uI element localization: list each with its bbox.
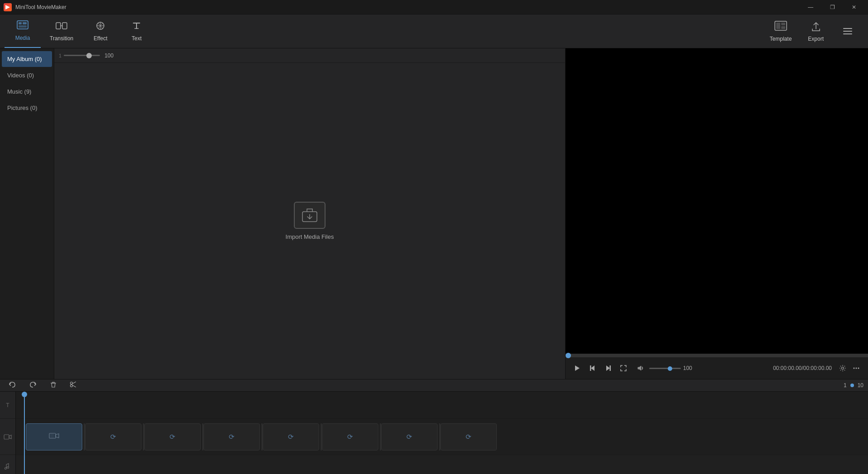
video-clip-7[interactable]: ⟳ [440, 423, 497, 450]
toolbar-media[interactable]: Media [5, 14, 41, 48]
playhead [24, 392, 25, 474]
video-clip-0[interactable] [26, 423, 82, 450]
svg-rect-2 [19, 22, 22, 24]
zoom-thumb [86, 53, 92, 58]
zoom-end-label: 10 [858, 382, 863, 389]
sidebar-item-my-album[interactable]: My Album (0) [2, 51, 52, 67]
video-clip-3[interactable]: ⟳ [203, 423, 260, 450]
svg-rect-30 [49, 433, 56, 438]
svg-rect-10 [781, 23, 785, 25]
media-icon [17, 20, 28, 33]
preview-controls: 100 00:00:00.00/00:00:00.00 [566, 357, 868, 379]
media-toolbar: 1 100 [54, 48, 565, 63]
toolbar: Media Transition Effect Te [0, 14, 868, 48]
zoom-slider[interactable] [64, 55, 100, 56]
video-track-row: ⟳ ⟳ ⟳ ⟳ ⟳ [16, 419, 868, 455]
sidebar-item-pictures[interactable]: Pictures (0) [2, 100, 52, 116]
volume-thumb [668, 366, 672, 371]
svg-point-29 [7, 466, 9, 468]
export-icon [810, 21, 822, 34]
svg-marker-16 [575, 365, 580, 371]
link-icon-4: ⟳ [288, 433, 294, 441]
timeline-zoom-dot [850, 384, 854, 387]
transition-icon [56, 21, 67, 33]
toolbar-text-label: Text [132, 35, 142, 42]
svg-rect-5 [56, 23, 61, 29]
toolbar-transition-label: Transition [50, 35, 73, 42]
media-content: Import Media Files [54, 63, 565, 379]
hamburger-menu[interactable] [832, 14, 863, 48]
track-labels: T [0, 392, 16, 474]
undo-button[interactable] [5, 379, 20, 391]
svg-rect-27 [4, 435, 9, 439]
sidebar-item-music[interactable]: Music (9) [2, 84, 52, 100]
svg-rect-18 [590, 365, 591, 371]
import-media-button[interactable]: Import Media Files [277, 193, 343, 249]
zoom-start-label: 1 [844, 382, 847, 389]
delete-button[interactable] [46, 379, 61, 391]
preview-progress-bar[interactable] [566, 354, 868, 357]
toolbar-export[interactable]: Export [800, 14, 832, 48]
prev-frame-button[interactable] [586, 363, 599, 374]
fullscreen-button[interactable] [617, 363, 630, 374]
toolbar-template-label: Template [770, 36, 792, 42]
more-button[interactable] [850, 363, 863, 374]
volume-value: 100 [683, 365, 692, 371]
link-icon-1: ⟳ [110, 433, 116, 441]
titlebar: MiniTool MovieMaker — ❐ ✕ [0, 0, 868, 14]
svg-rect-20 [610, 365, 611, 371]
svg-point-26 [71, 385, 73, 387]
time-display: 00:00:00.00/00:00:00.00 [773, 365, 832, 371]
toolbar-effect-label: Effect [94, 35, 107, 42]
template-icon [774, 21, 787, 34]
video-clip-5[interactable]: ⟳ [322, 423, 378, 450]
play-button[interactable] [571, 363, 584, 374]
svg-point-28 [5, 467, 7, 469]
scissors-button[interactable] [66, 379, 80, 391]
timeline-zoom: 1 10 [844, 382, 863, 389]
redo-button[interactable] [25, 379, 41, 391]
next-frame-button[interactable] [602, 363, 614, 374]
svg-rect-9 [776, 23, 780, 29]
video-clip-1[interactable]: ⟳ [85, 423, 142, 450]
svg-marker-0 [5, 5, 10, 9]
svg-point-23 [856, 368, 857, 369]
settings-button[interactable] [836, 363, 849, 374]
toolbar-effect[interactable]: Effect [82, 14, 118, 48]
svg-point-25 [71, 382, 73, 384]
svg-point-22 [854, 368, 855, 369]
toolbar-right: Template Export [762, 14, 863, 48]
zoom-min-label: 1 [59, 53, 61, 58]
video-clip-6[interactable]: ⟳ [381, 423, 438, 450]
link-icon-5: ⟳ [347, 433, 353, 441]
app-logo [4, 3, 12, 11]
audio-track-label [0, 455, 15, 474]
video-clip-4[interactable]: ⟳ [263, 423, 319, 450]
video-track-label [0, 419, 15, 455]
close-button[interactable]: ✕ [844, 0, 864, 14]
toolbar-transition[interactable]: Transition [41, 14, 82, 48]
text-track-label: T [0, 392, 15, 419]
titlebar-controls: — ❐ ✕ [800, 0, 864, 14]
effect-icon [94, 21, 106, 33]
toolbar-text[interactable]: Text [118, 14, 155, 48]
sidebar-item-videos[interactable]: Videos (0) [2, 67, 52, 83]
volume-button[interactable] [634, 363, 647, 373]
link-icon-3: ⟳ [229, 433, 235, 441]
volume-control: 100 [634, 363, 692, 373]
minimize-button[interactable]: — [800, 0, 821, 14]
preview-video [566, 48, 868, 354]
link-icon-6: ⟳ [406, 433, 412, 441]
video-clip-2[interactable]: ⟳ [144, 423, 201, 450]
timeline-toolbar: 1 10 [0, 379, 868, 392]
import-label: Import Media Files [286, 233, 334, 240]
svg-rect-1 [17, 21, 28, 29]
timeline-tracks: ⟳ ⟳ ⟳ ⟳ ⟳ [16, 392, 868, 474]
svg-rect-4 [19, 25, 27, 28]
svg-rect-3 [23, 22, 27, 24]
video-clips: ⟳ ⟳ ⟳ ⟳ ⟳ [16, 419, 868, 455]
maximize-button[interactable]: ❐ [822, 0, 843, 14]
toolbar-template[interactable]: Template [762, 14, 800, 48]
zoom-value: 100 [104, 52, 113, 59]
volume-slider[interactable] [649, 368, 681, 369]
